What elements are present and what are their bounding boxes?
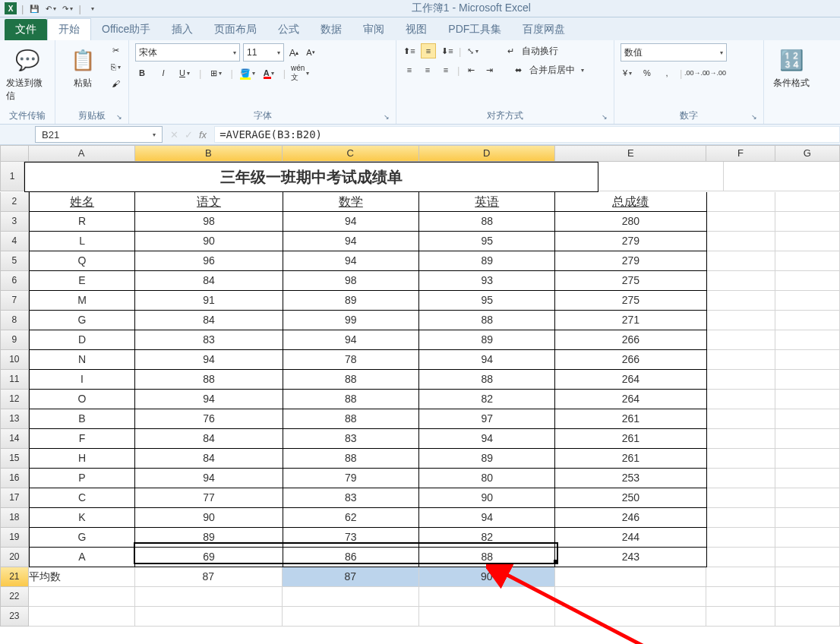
cell[interactable]: 83 xyxy=(283,429,419,449)
redo-icon[interactable]: ↷▾ xyxy=(62,2,74,14)
currency-icon[interactable]: ¥▾ xyxy=(621,66,634,80)
tab-pdf-tools[interactable]: PDF工具集 xyxy=(437,19,512,40)
cell[interactable]: L xyxy=(29,232,136,251)
conditional-formatting-button[interactable]: 🔢 条件格式 xyxy=(770,43,813,93)
cell[interactable]: 275 xyxy=(555,291,706,311)
cell[interactable]: 87 xyxy=(283,567,419,587)
cell[interactable] xyxy=(724,162,840,191)
cell[interactable] xyxy=(555,567,706,587)
cell[interactable]: 90 xyxy=(419,488,555,508)
cell[interactable] xyxy=(775,251,840,271)
colhead-F[interactable]: F xyxy=(706,145,775,162)
cell[interactable]: 246 xyxy=(555,508,706,528)
cell[interactable] xyxy=(775,232,840,251)
percent-icon[interactable]: % xyxy=(640,66,654,80)
cell[interactable]: 语文 xyxy=(135,192,283,212)
cell[interactable] xyxy=(775,271,840,291)
rowhead-10[interactable]: 10 xyxy=(0,350,29,370)
cell[interactable]: 279 xyxy=(555,251,706,271)
cell[interactable]: 英语 xyxy=(419,192,555,212)
cell[interactable]: 98 xyxy=(283,271,419,291)
qat-customize-icon[interactable]: ▾ xyxy=(86,2,98,14)
cell[interactable]: 94 xyxy=(419,350,555,370)
cell[interactable]: 94 xyxy=(135,469,283,488)
colhead-D[interactable]: D xyxy=(419,145,556,162)
cell[interactable] xyxy=(707,192,775,212)
tab-baidu-disk[interactable]: 百度网盘 xyxy=(512,19,576,40)
cell[interactable]: 93 xyxy=(419,271,555,291)
cell[interactable] xyxy=(775,587,840,607)
cell[interactable]: 94 xyxy=(419,429,555,449)
cell[interactable]: 279 xyxy=(555,232,706,251)
cell[interactable]: H xyxy=(29,449,136,469)
dialog-launcher-icon[interactable]: ↘ xyxy=(116,113,122,121)
cell[interactable] xyxy=(135,607,283,627)
dialog-launcher-icon[interactable]: ↘ xyxy=(751,113,757,121)
cell[interactable] xyxy=(707,271,775,291)
tab-view[interactable]: 视图 xyxy=(395,19,437,40)
cell[interactable]: 数学 xyxy=(283,192,419,212)
colhead-B[interactable]: B xyxy=(135,145,283,162)
cell[interactable]: 261 xyxy=(555,409,706,429)
align-bottom-icon[interactable]: ⬇≡ xyxy=(441,44,454,58)
cell[interactable]: K xyxy=(29,508,136,528)
formula-input[interactable]: =AVERAGE(B3:B20) xyxy=(214,126,840,143)
increase-decimal-icon[interactable]: .00→.0 xyxy=(688,66,702,80)
select-all-corner[interactable] xyxy=(0,145,29,162)
cell[interactable]: A xyxy=(29,548,136,567)
cell[interactable]: 62 xyxy=(283,508,419,528)
cell[interactable]: 89 xyxy=(419,449,555,469)
cell[interactable]: 77 xyxy=(135,488,283,508)
rowhead-7[interactable]: 7 xyxy=(0,291,29,311)
tab-review[interactable]: 审阅 xyxy=(352,19,395,40)
tab-data[interactable]: 数据 xyxy=(310,19,352,40)
cell[interactable]: 90 xyxy=(419,567,556,587)
cell[interactable]: 253 xyxy=(555,469,706,488)
tab-office-helper[interactable]: Office助手 xyxy=(91,19,161,40)
cell[interactable]: 88 xyxy=(419,548,555,567)
cell[interactable]: R xyxy=(29,212,136,232)
cell[interactable]: 266 xyxy=(555,330,706,350)
rowhead-1[interactable]: 1 xyxy=(0,162,24,191)
cell[interactable] xyxy=(419,607,556,627)
cell[interactable]: 94 xyxy=(283,330,419,350)
cell[interactable]: 89 xyxy=(283,291,419,311)
undo-icon[interactable]: ↶▾ xyxy=(45,2,57,14)
cell[interactable] xyxy=(555,587,706,607)
cell[interactable] xyxy=(707,330,775,350)
cell[interactable] xyxy=(707,390,775,409)
cell[interactable] xyxy=(775,449,840,469)
cell[interactable]: 95 xyxy=(419,232,555,251)
cell[interactable]: 266 xyxy=(555,350,706,370)
cell[interactable]: 88 xyxy=(419,370,555,390)
rowhead-17[interactable]: 17 xyxy=(0,488,29,508)
rowhead-8[interactable]: 8 xyxy=(0,311,29,330)
cell[interactable]: 94 xyxy=(283,251,419,271)
rowhead-19[interactable]: 19 xyxy=(0,528,29,548)
cell[interactable]: 总成绩 xyxy=(555,192,706,212)
cell[interactable] xyxy=(775,350,840,370)
cell[interactable] xyxy=(707,548,775,567)
cell[interactable] xyxy=(135,587,283,607)
cell[interactable]: 89 xyxy=(419,251,555,271)
font-size-select[interactable]: 11▾ xyxy=(243,43,284,62)
cell[interactable]: 91 xyxy=(135,291,283,311)
rowhead-3[interactable]: 3 xyxy=(0,212,29,232)
cut-icon[interactable]: ✂ xyxy=(109,43,122,57)
cell[interactable]: 78 xyxy=(283,350,419,370)
send-to-wechat-button[interactable]: 💬 发送到微信 xyxy=(6,43,49,106)
cell[interactable]: 84 xyxy=(135,311,283,330)
cell[interactable] xyxy=(775,390,840,409)
fx-icon[interactable]: fx xyxy=(199,129,207,140)
cell[interactable]: 76 xyxy=(135,409,283,429)
tab-page-layout[interactable]: 页面布局 xyxy=(204,19,267,40)
colhead-G[interactable]: G xyxy=(775,145,840,162)
cell[interactable] xyxy=(707,350,775,370)
decrease-decimal-icon[interactable]: .0→.00 xyxy=(708,66,722,80)
cell[interactable]: C xyxy=(29,488,136,508)
cell[interactable]: 264 xyxy=(555,390,706,409)
cell[interactable]: 79 xyxy=(283,469,419,488)
cell[interactable]: 平均数 xyxy=(29,567,135,587)
cell[interactable] xyxy=(775,311,840,330)
cell[interactable]: 84 xyxy=(135,271,283,291)
